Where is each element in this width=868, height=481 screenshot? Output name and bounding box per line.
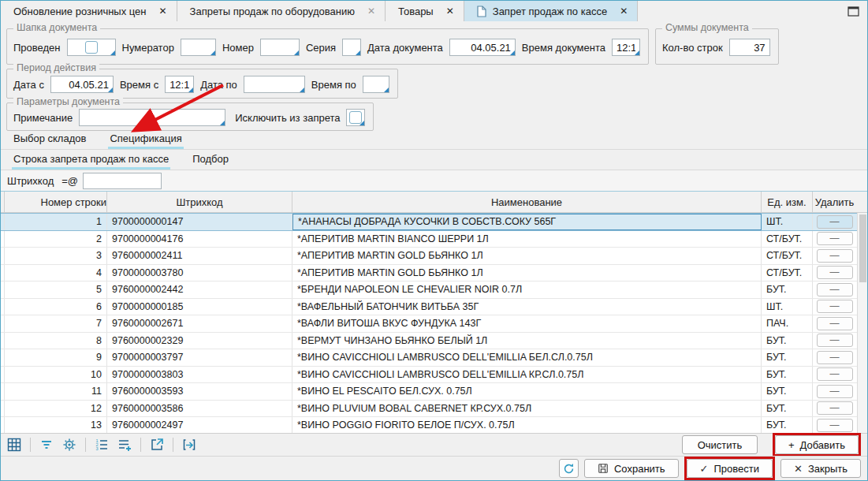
unit-cell: СТ/БУТ. — [762, 248, 813, 264]
reload-icon[interactable] — [181, 436, 198, 453]
delete-row-button[interactable]: — — [817, 385, 853, 398]
plus-icon: + — [788, 439, 795, 451]
group-summy-title: Суммы документа — [662, 22, 752, 33]
table-row[interactable]: 79760000002671*ВАФЛИ ВИТОША ВКУС ФУНДУКА… — [1, 315, 867, 333]
date-to-input[interactable] — [244, 76, 305, 93]
barcode-cell: 9760000002671 — [107, 315, 292, 332]
spec-tab[interactable]: Строка запрета продаж по кассе — [12, 151, 170, 170]
scrollbar-thumb[interactable] — [859, 214, 866, 282]
vertical-scrollbar[interactable] — [857, 213, 867, 433]
document-tab[interactable]: Запреты продаж по оборудованию✕ — [177, 1, 386, 21]
export-icon[interactable] — [148, 436, 166, 453]
delete-row-button[interactable]: — — [817, 351, 853, 364]
table-row[interactable]: 39760000002411*АПЕРИТИВ MARTIN GOLD БЬЯН… — [1, 248, 867, 265]
row-count-label: Кол-во строк — [661, 42, 725, 54]
delete-row-button[interactable]: — — [817, 367, 853, 381]
exclude-field[interactable] — [346, 109, 365, 126]
col-header-line-number[interactable]: Номер строки — [5, 192, 107, 212]
clear-button[interactable]: Очистить — [682, 435, 758, 454]
post-button[interactable]: ✓ Провести — [687, 459, 773, 478]
spec-tab[interactable]: Подбор — [191, 151, 230, 170]
numbered-list-icon[interactable]: 123 — [93, 436, 110, 453]
table-grid-icon[interactable] — [6, 436, 23, 453]
section-tab[interactable]: Выбор складов — [12, 131, 88, 149]
close-button[interactable]: ✕ Закрыть — [780, 459, 861, 478]
barcode-cell: 9760000002497 — [107, 417, 292, 433]
refresh-icon — [563, 463, 575, 475]
barcode-cell: 9700000003780 — [107, 265, 292, 282]
table-row[interactable]: 109700000003803*ВИНО CAVICCHIOLI LAMBRUS… — [1, 367, 867, 384]
gear-icon[interactable] — [61, 436, 78, 453]
exclude-checkbox[interactable] — [349, 111, 362, 124]
name-cell: *ВАФЛИ ВИТОША ВКУС ФУНДУКА 143Г — [292, 315, 762, 332]
doc-time-input[interactable] — [612, 39, 640, 56]
delete-row-button[interactable]: — — [817, 249, 853, 263]
table-row[interactable]: 29700000004176*АПЕРИТИВ MARTIN BIANCO ШЕ… — [1, 231, 867, 248]
filter-icon[interactable] — [38, 436, 55, 453]
delete-row-button[interactable]: — — [817, 317, 853, 330]
table-row[interactable]: 89760000002329*ВЕРМУТ ЧИНЗАНО БЬЯНКО БЕЛ… — [1, 333, 867, 350]
proveden-checkbox[interactable] — [85, 41, 98, 54]
line-number-cell: 4 — [5, 265, 107, 282]
date-from-input[interactable] — [50, 76, 114, 93]
seriya-input[interactable] — [342, 39, 361, 56]
unit-cell: БУТ. — [762, 367, 813, 383]
document-icon — [477, 6, 486, 17]
add-lines-icon[interactable] — [116, 436, 133, 453]
group-period-title: Период действия — [13, 62, 99, 73]
delete-row-button[interactable]: — — [817, 419, 853, 432]
delete-row-button[interactable]: — — [817, 401, 853, 415]
row-count-input[interactable] — [729, 39, 770, 56]
tab-close-icon[interactable]: ✕ — [158, 5, 169, 17]
save-button[interactable]: Сохранить — [584, 459, 679, 478]
document-tab[interactable]: Обновление розничных цен✕ — [1, 1, 177, 21]
time-from-input[interactable] — [165, 76, 194, 93]
document-tab[interactable]: Товары✕ — [386, 1, 464, 21]
section-tab[interactable]: Спецификация — [108, 131, 183, 149]
delete-row-button[interactable]: — — [817, 215, 853, 229]
name-cell: *ВИНО CAVICCHIOLI LAMBRUSCO DELL'EMILLIA… — [292, 367, 762, 383]
barcode-filter-input[interactable] — [83, 173, 162, 189]
delete-cell: — — [813, 248, 856, 264]
document-header: Шапка документа Проведен Нумератор Номер… — [1, 21, 867, 131]
barcode-cell: 9700000003803 — [107, 367, 292, 383]
table-row[interactable]: 99700000003797*ВИНО CAVICCHIOLI LAMBRUSC… — [1, 349, 867, 367]
table-row[interactable]: 19700000000147*АНАНАСЫ ДОБРАДА КУСОЧКИ В… — [1, 213, 867, 231]
col-header-name[interactable]: Наименование — [292, 192, 762, 212]
delete-row-button[interactable]: — — [817, 266, 853, 279]
date-to-label: Дата по — [199, 79, 239, 91]
tab-close-icon[interactable]: ✕ — [618, 5, 629, 17]
window-maximize-icon[interactable] — [844, 2, 862, 20]
tab-close-icon[interactable]: ✕ — [445, 5, 456, 17]
note-input[interactable] — [79, 109, 225, 126]
tab-label: Запреты продаж по оборудованию — [190, 6, 355, 17]
barcode-filter-row: Штрихкод =@ — [1, 170, 867, 191]
col-header-delete[interactable]: Удалить — [813, 192, 856, 212]
line-number-cell: 7 — [5, 315, 107, 332]
table-row[interactable]: 119760000003593*ВИНО EL PESCAITO БЕЛ.СУХ… — [1, 383, 867, 401]
table-row[interactable]: 49700000003780*АПЕРИТИВ MARTIN GOLD БЬЯН… — [1, 265, 867, 282]
delete-row-button[interactable]: — — [817, 334, 853, 347]
nomer-input[interactable] — [260, 39, 300, 56]
table-row[interactable]: 69700000000185*ВАФЕЛЬНЫЙ БАТОНЧИК ВИТЬБА… — [1, 299, 867, 316]
delete-row-button[interactable]: — — [817, 300, 853, 313]
col-header-unit[interactable]: Ед. изм. — [762, 192, 813, 212]
tab-close-icon[interactable]: ✕ — [366, 5, 377, 17]
name-cell: *АПЕРИТИВ MARTIN BIANCO ШЕРРИ 1Л — [292, 231, 762, 248]
numerator-input[interactable] — [181, 39, 216, 56]
refresh-button[interactable] — [559, 459, 579, 478]
col-header-barcode[interactable]: Штрихкод — [107, 192, 292, 212]
table-row[interactable]: 129760000003586*ВИНО PLUVIUM BOBAL CABER… — [1, 401, 867, 418]
app-window: Обновление розничных цен✕Запреты продаж … — [0, 0, 868, 481]
time-to-input[interactable] — [363, 76, 389, 93]
doc-date-input[interactable] — [449, 39, 516, 56]
document-tab[interactable]: Запрет продаж по кассе✕ — [464, 1, 638, 21]
delete-row-button[interactable]: — — [817, 283, 853, 296]
add-button[interactable]: + Добавить — [775, 435, 859, 454]
delete-row-button[interactable]: — — [817, 232, 853, 245]
table-row[interactable]: 139760000002497*ВИНО POGGIO FIORITO БЕЛО… — [1, 417, 867, 433]
table-row[interactable]: 59760000002442*БРЕНДИ NAPOLEON LE CHEVAL… — [1, 282, 867, 299]
proveden-field[interactable] — [67, 39, 116, 56]
unit-cell: БУТ. — [762, 383, 813, 400]
post-button-highlight: ✓ Провести — [684, 457, 775, 480]
